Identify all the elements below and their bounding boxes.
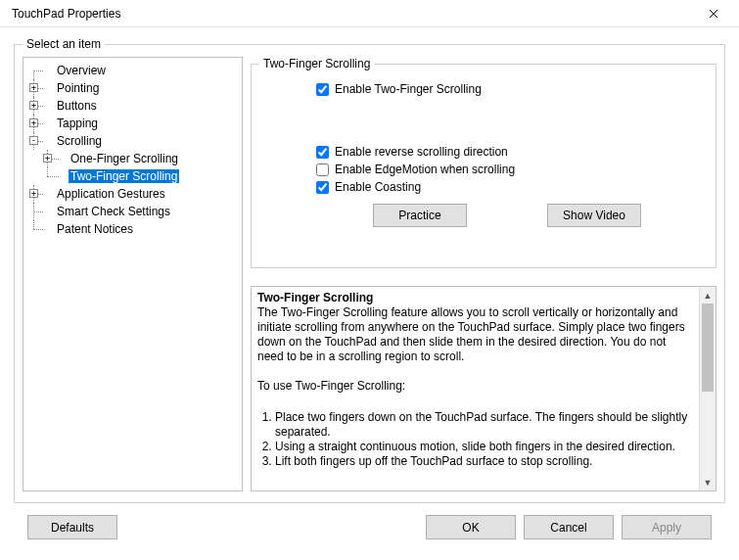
- tree-item-label[interactable]: Buttons: [55, 99, 99, 113]
- tree-item-label[interactable]: Pointing: [55, 81, 101, 95]
- enable-two-finger-label: Enable Two-Finger Scrolling: [335, 82, 482, 96]
- coasting-checkbox[interactable]: Enable Coasting: [316, 180, 698, 194]
- reverse-scrolling-label: Enable reverse scrolling direction: [335, 145, 508, 159]
- window-title: TouchPad Properties: [12, 7, 120, 21]
- tree-item[interactable]: +Application Gestures: [25, 185, 240, 203]
- tree-item-label[interactable]: Smart Check Settings: [55, 205, 172, 218]
- tree-item[interactable]: +Buttons: [25, 97, 240, 115]
- tree-item[interactable]: +Pointing: [25, 79, 240, 97]
- enable-two-finger-checkbox[interactable]: Enable Two-Finger Scrolling: [316, 82, 698, 96]
- tree-item[interactable]: Smart Check Settings: [25, 203, 240, 220]
- edgemotion-checkbox[interactable]: Enable EdgeMotion when scrolling: [316, 163, 698, 176]
- expand-icon[interactable]: +: [29, 83, 38, 92]
- tree-item-label[interactable]: Overview: [55, 64, 108, 77]
- dialog-button-bar: Defaults OK Cancel Apply: [14, 513, 725, 539]
- tree-item-label[interactable]: Scrolling: [55, 134, 104, 148]
- reverse-scrolling-input[interactable]: [316, 146, 329, 159]
- tree-item-label[interactable]: One-Finger Scrolling: [69, 152, 180, 165]
- tree-item[interactable]: +One-Finger Scrolling: [25, 150, 240, 167]
- description-scrollbar[interactable]: ▲ ▼: [699, 287, 716, 490]
- tree-item-label[interactable]: Tapping: [55, 117, 100, 130]
- description-title: Two-Finger Scrolling: [257, 291, 693, 305]
- tree-item[interactable]: -Scrolling: [25, 132, 240, 150]
- scroll-down-arrow-icon[interactable]: ▼: [700, 474, 716, 490]
- reverse-scrolling-checkbox[interactable]: Enable reverse scrolling direction: [316, 145, 698, 159]
- show-video-button[interactable]: Show Video: [547, 204, 641, 227]
- scroll-up-arrow-icon[interactable]: ▲: [700, 287, 716, 303]
- expand-icon[interactable]: +: [29, 189, 38, 198]
- description-howto-heading: To use Two-Finger Scrolling:: [257, 379, 693, 394]
- description-step: Lift both fingers up off the TouchPad su…: [275, 454, 693, 469]
- select-item-legend: Select an item: [23, 37, 105, 51]
- coasting-label: Enable Coasting: [335, 180, 421, 194]
- ok-button[interactable]: OK: [426, 515, 516, 539]
- description-panel: Two-Finger Scrolling The Two-Finger Scro…: [251, 286, 716, 491]
- scroll-thumb[interactable]: [702, 303, 714, 392]
- description-step: Place two fingers down on the TouchPad s…: [275, 410, 693, 440]
- titlebar: TouchPad Properties: [0, 0, 739, 27]
- close-icon: [709, 9, 718, 19]
- tree-item-label[interactable]: Two-Finger Scrolling: [69, 169, 179, 183]
- edgemotion-label: Enable EdgeMotion when scrolling: [335, 163, 515, 176]
- settings-legend: Two-Finger Scrolling: [259, 57, 374, 70]
- tree-item[interactable]: Patent Notices: [25, 220, 240, 238]
- tree-item[interactable]: +Tapping: [25, 115, 240, 132]
- description-steps: Place two fingers down on the TouchPad s…: [257, 410, 693, 469]
- tree-item-label[interactable]: Application Gestures: [55, 187, 167, 201]
- description-step: Using a straight continuous motion, slid…: [275, 440, 693, 454]
- enable-two-finger-input[interactable]: [316, 83, 329, 96]
- tree-item-label[interactable]: Patent Notices: [55, 222, 135, 236]
- settings-group: Two-Finger Scrolling Enable Two-Finger S…: [251, 57, 716, 268]
- practice-button[interactable]: Practice: [373, 204, 467, 227]
- coasting-input[interactable]: [316, 181, 329, 194]
- tree-item[interactable]: Two-Finger Scrolling: [25, 167, 240, 185]
- select-item-group: Select an item Overview+Pointing+Buttons…: [14, 37, 725, 503]
- expand-icon[interactable]: +: [29, 101, 38, 110]
- collapse-icon[interactable]: -: [29, 136, 38, 145]
- expand-icon[interactable]: +: [43, 154, 52, 163]
- cancel-button[interactable]: Cancel: [524, 515, 614, 539]
- defaults-button[interactable]: Defaults: [27, 515, 117, 539]
- item-tree[interactable]: Overview+Pointing+Buttons+Tapping-Scroll…: [23, 57, 243, 491]
- expand-icon[interactable]: +: [29, 118, 38, 127]
- apply-button[interactable]: Apply: [622, 515, 712, 539]
- edgemotion-input[interactable]: [316, 163, 329, 176]
- close-button[interactable]: [694, 2, 733, 25]
- tree-item[interactable]: Overview: [25, 62, 240, 79]
- scroll-track[interactable]: [700, 303, 716, 474]
- description-intro: The Two-Finger Scrolling feature allows …: [257, 305, 693, 364]
